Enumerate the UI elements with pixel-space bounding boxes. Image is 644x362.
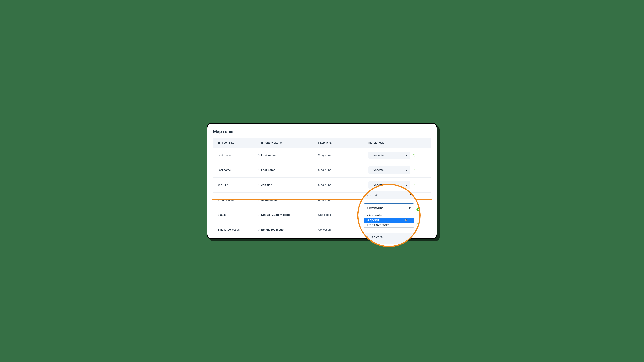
cursor-icon (405, 218, 408, 221)
merge-rule-option[interactable]: Overwrite (364, 213, 414, 218)
chevron-down-icon (406, 185, 407, 186)
column-header-field-type: FIELD TYPE (318, 142, 368, 144)
svg-point-10 (414, 185, 414, 186)
svg-rect-2 (218, 143, 220, 143)
merge-rule-select[interactable]: Overwrite (368, 166, 410, 174)
column-header-merge-rule: MERGE RULE (368, 142, 426, 144)
field-type-value: Single line (318, 183, 368, 187)
table-row: Last nameLast nameSingle lineOverwrite (213, 163, 431, 178)
arrow-right-icon (256, 169, 261, 172)
source-field: Last name (218, 168, 256, 172)
arrow-right-icon (256, 154, 261, 157)
merge-rule-options-list: OverwriteAppendDon't overwrite (364, 213, 414, 228)
svg-rect-3 (218, 143, 219, 143)
help-icon[interactable] (416, 223, 420, 226)
source-field: First name (218, 153, 256, 157)
merge-rule-option[interactable]: Append (364, 218, 414, 223)
field-type-value: Single line (318, 153, 368, 157)
select-value: Overwrite (367, 193, 382, 197)
arrow-right-icon (256, 184, 261, 187)
select-value: Overwrite (367, 235, 382, 240)
svg-rect-1 (218, 142, 220, 142)
zoom-content: Overwrite Overwrite OverwriteAppendDon't… (358, 185, 420, 246)
arrow-right-icon (256, 198, 261, 201)
table-row: First nameFirst nameSingle lineOverwrite (213, 148, 431, 163)
column-header-label: YOUR FILE (222, 142, 234, 144)
table-header-row: YOUR FILE ONEPAGECRM FIELD TYPE MERGE RU… (213, 138, 431, 148)
merge-rule-cell: Overwrite (368, 166, 426, 174)
column-header-your-file: YOUR FILE (218, 141, 261, 144)
merge-rule-cell: Overwrite (368, 151, 426, 159)
chevron-down-icon (410, 194, 412, 196)
select-value: Overwrite (372, 168, 384, 172)
destination-field: Organization (261, 198, 318, 202)
merge-rule-option[interactable]: Don't overwrite (364, 223, 414, 227)
column-header-onepagecrm: ONEPAGECRM (261, 141, 318, 144)
source-field: Job Title (218, 183, 256, 187)
svg-point-22 (418, 210, 418, 210)
merge-rule-select[interactable]: Overwrite (364, 233, 415, 244)
source-field: Status (218, 213, 256, 217)
source-field: Emails (collection) (218, 228, 256, 231)
svg-point-8 (414, 170, 414, 171)
page-title: Map rules (213, 129, 431, 134)
select-value: Overwrite (372, 153, 384, 157)
chevron-down-icon (406, 170, 407, 171)
field-type-value: Single line (318, 168, 368, 172)
destination-field: Status (Custom field) (261, 213, 318, 217)
svg-point-4 (262, 142, 264, 142)
destination-field: First name (261, 153, 318, 157)
chevron-down-icon (408, 207, 410, 209)
svg-point-24 (418, 225, 418, 225)
file-icon (218, 141, 220, 144)
help-icon[interactable] (416, 208, 420, 211)
help-icon[interactable] (413, 184, 416, 186)
database-icon (261, 141, 264, 144)
merge-rule-select-open[interactable]: Overwrite (364, 203, 414, 213)
merge-rule-select[interactable]: Overwrite (368, 151, 410, 159)
help-icon[interactable] (413, 169, 416, 171)
column-header-label: ONEPAGECRM (266, 142, 282, 144)
destination-field: Job title (261, 183, 318, 187)
destination-field: Emails (collection) (261, 228, 318, 231)
merge-rule-select[interactable]: Overwrite (364, 191, 415, 199)
select-value: Overwrite (367, 206, 383, 210)
destination-field: Last name (261, 168, 318, 172)
stage: Map rules YOUR FILE ONEPAGECRM FIELD TYP… (200, 113, 444, 249)
arrow-right-icon (256, 213, 261, 216)
svg-point-6 (414, 156, 414, 156)
zoom-lens: Overwrite Overwrite OverwriteAppendDon't… (357, 184, 420, 247)
source-field: Organization (218, 198, 256, 202)
chevron-down-icon (406, 155, 407, 156)
help-icon[interactable] (413, 154, 416, 157)
arrow-right-icon (256, 228, 261, 231)
